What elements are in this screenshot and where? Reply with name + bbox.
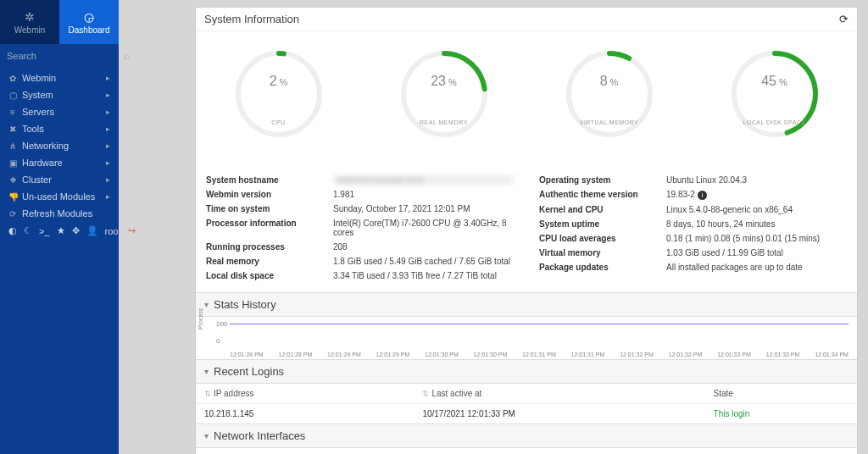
value-theme: 19.83-2i [666, 190, 847, 200]
value-theme-text: 19.83-2 [666, 190, 695, 199]
stats-xaxis: 12:01:28 PM12:01:28 PM12:01:29 PM12:01:2… [230, 352, 849, 357]
sidebar-item-un-used-modules[interactable]: 👎Un-used Modules▸ [0, 188, 119, 205]
moon-icon[interactable]: ☾ [24, 225, 32, 236]
label: Authentic theme version [539, 190, 666, 200]
browser-icon[interactable]: ✥ [72, 225, 80, 236]
label: System hostname [206, 175, 333, 185]
value-time[interactable]: Sunday, October 17, 2021 12:01 PM [333, 204, 514, 213]
value-proc: Intel(R) Core(TM) i7-2600 CPU @ 3.40GHz,… [333, 219, 514, 237]
gauge-percent: 8 % [559, 74, 660, 89]
nav-label: Un-used Modules [22, 191, 95, 202]
label: Time on system [206, 204, 333, 213]
gauge-percent: 2 % [228, 74, 330, 89]
cell-state: This login [705, 404, 857, 424]
sidebar-item-hardware[interactable]: ▣Hardware▸ [0, 154, 119, 171]
tab-webmin[interactable]: ✲ Webmin [0, 0, 59, 44]
gauge-percent: 23 % [393, 74, 495, 89]
star-icon[interactable]: ★ [57, 225, 65, 236]
info-col-left: System hostnameredacted.example.local We… [206, 175, 514, 280]
gauge-label: REAL MEMORY [393, 119, 495, 125]
value-ldisk: 3.34 TiB used / 3.93 TiB free / 7.27 TiB… [333, 271, 514, 280]
nav-label: Servers [22, 107, 54, 117]
search-bar: ⌕ [0, 44, 119, 68]
label: Webmin version [206, 190, 333, 199]
col-state[interactable]: State [714, 389, 733, 398]
sidebar: ✲ Webmin ◶ Dashboard ⌕ ✿Webmin▸▢System▸≡… [0, 0, 119, 454]
nav-icon: ✖ [8, 125, 17, 134]
sidebar-tabs: ✲ Webmin ◶ Dashboard [0, 0, 119, 44]
nav-icon: ❖ [8, 175, 17, 185]
value-webminver: 1.981 [333, 190, 514, 199]
chevron-right-icon: ▸ [106, 91, 110, 99]
system-info-panel: System Information ⟳ 2 %CPU 23 %REAL MEM… [195, 7, 858, 454]
label: Package updates [539, 263, 666, 272]
nav-icon: ≡ [8, 108, 17, 117]
webmin-icon: ✲ [25, 10, 35, 24]
cell-ip: 10.218.1.145 [196, 404, 414, 424]
info-col-right: Operating systemUbuntu Linux 20.04.3 Aut… [539, 175, 847, 280]
stats-xaxis-tick: 12:01:29 PM [376, 352, 410, 357]
nav-label: Hardware [22, 158, 63, 168]
stats-tick-0: 0 [216, 337, 220, 345]
gauge-mem: 23 %REAL MEMORY [393, 43, 495, 162]
col-ip[interactable]: IP address [214, 389, 254, 398]
sidebar-item-tools[interactable]: ✖Tools▸ [0, 120, 119, 137]
gauge-disk: 45 %LOCAL DISK SPACE [724, 43, 826, 162]
stats-xaxis-tick: 12:01:34 PM [815, 352, 849, 357]
value-rproc[interactable]: 208 [333, 242, 514, 252]
user-icon[interactable]: 👤 [86, 225, 98, 236]
logins-header[interactable]: ▾ Recent Logins [196, 359, 857, 384]
gauge-cpu: 2 %CPU [228, 43, 330, 162]
stats-sparkline [230, 324, 849, 324]
stats-ylabel: Process [198, 308, 203, 329]
terminal-icon[interactable]: >_ [39, 226, 50, 236]
stats-xaxis-tick: 12:01:28 PM [279, 352, 313, 357]
stats-tick-200: 200 [216, 320, 227, 328]
info-grid: System hostnameredacted.example.local We… [196, 170, 857, 292]
chevron-right-icon: ▸ [106, 125, 110, 133]
sidebar-item-system[interactable]: ▢System▸ [0, 86, 119, 103]
gauge-icon: ◶ [84, 10, 94, 24]
chevron-right-icon: ▸ [106, 175, 110, 184]
label: Processor information [206, 219, 333, 237]
system-info-title: System Information [204, 13, 299, 25]
gauge-vmem: 8 %VIRTUAL MEMORY [559, 43, 660, 162]
nav-icon: ✿ [8, 74, 17, 83]
label: CPU load averages [539, 234, 666, 243]
sort-icon[interactable]: ⇅ [422, 390, 429, 398]
chevron-right-icon: ▸ [106, 141, 110, 150]
stats-xaxis-tick: 12:01:32 PM [620, 352, 654, 357]
refresh-icon[interactable]: ⟳ [839, 13, 849, 25]
stats-title: Stats History [214, 298, 276, 311]
sort-icon[interactable]: ⇅ [204, 390, 211, 398]
label: Operating system [539, 175, 666, 185]
cell-last: 10/17/2021 12:01:33 PM [414, 404, 704, 424]
sidebar-item-servers[interactable]: ≡Servers▸ [0, 103, 119, 120]
stats-xaxis-tick: 12:01:31 PM [522, 352, 556, 357]
chevron-right-icon: ▸ [106, 192, 110, 201]
tab-dashboard[interactable]: ◶ Dashboard [59, 0, 119, 44]
nav-icon: ⋔ [8, 141, 17, 151]
stats-xaxis-tick: 12:01:30 PM [425, 352, 459, 357]
nav-label: Cluster [22, 174, 52, 185]
col-last[interactable]: Last active at [431, 389, 481, 398]
nav-label: System [22, 90, 53, 100]
value-pkg[interactable]: All installed packages are up to date [666, 263, 847, 272]
info-icon[interactable]: i [698, 191, 707, 200]
sidebar-nav: ✿Webmin▸▢System▸≡Servers▸✖Tools▸⋔Network… [0, 68, 119, 222]
nav-label: Webmin [22, 73, 56, 83]
sidebar-item-refresh-modules[interactable]: ⟳Refresh Modules [0, 205, 119, 222]
chevron-down-icon: ▾ [204, 367, 209, 376]
value-rmem: 1.8 GiB used / 5.49 GiB cached / 7.65 Gi… [333, 257, 514, 266]
netif-header[interactable]: ▾ Network Interfaces [196, 424, 857, 448]
sidebar-item-cluster[interactable]: ❖Cluster▸ [0, 171, 119, 188]
toggle-night-icon[interactable]: ◐ [8, 225, 17, 236]
search-input[interactable] [7, 51, 124, 61]
sidebar-item-networking[interactable]: ⋔Networking▸ [0, 137, 119, 154]
sidebar-item-webmin[interactable]: ✿Webmin▸ [0, 69, 119, 86]
value-os: Ubuntu Linux 20.04.3 [666, 175, 847, 185]
stats-header[interactable]: ▾ Stats History [196, 292, 857, 317]
nav-label: Refresh Modules [22, 208, 92, 219]
table-row: 10.218.1.145 10/17/2021 12:01:33 PM This… [196, 404, 857, 424]
value-uptime[interactable]: 8 days, 10 hours, 24 minutes [666, 219, 847, 229]
